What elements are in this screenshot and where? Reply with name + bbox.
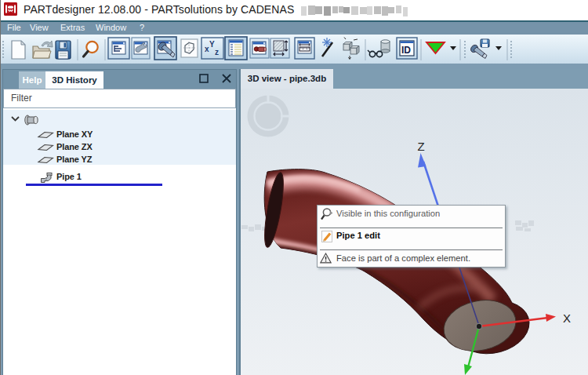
svg-text:X: X (563, 311, 571, 325)
svg-text:Z: Z (417, 140, 424, 153)
svg-text:z: z (215, 48, 219, 56)
svg-text:ID: ID (401, 45, 411, 56)
svg-text:Y: Y (209, 40, 215, 49)
